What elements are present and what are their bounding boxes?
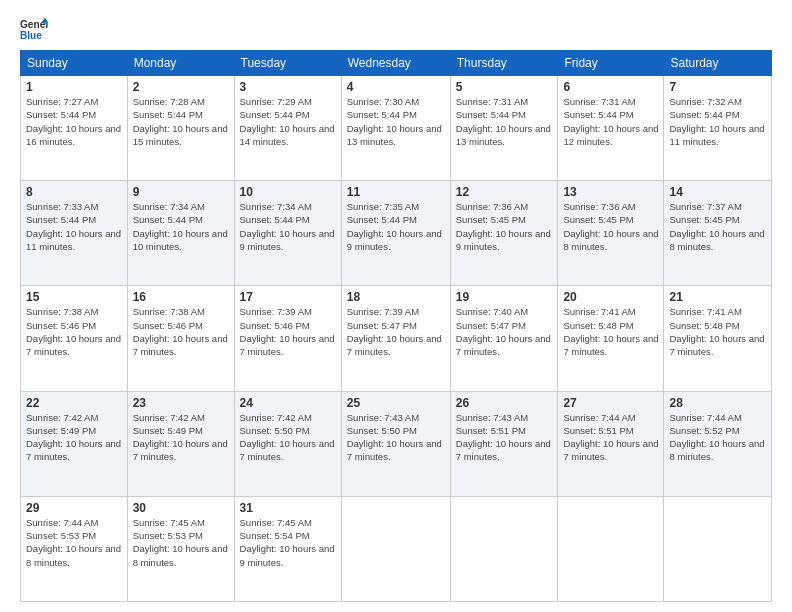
calendar-cell: 20Sunrise: 7:41 AMSunset: 5:48 PMDayligh…	[558, 286, 664, 391]
day-number: 28	[669, 396, 766, 410]
day-info: Sunrise: 7:28 AMSunset: 5:44 PMDaylight:…	[133, 95, 229, 148]
day-info: Sunrise: 7:36 AMSunset: 5:45 PMDaylight:…	[456, 200, 553, 253]
calendar-cell: 5Sunrise: 7:31 AMSunset: 5:44 PMDaylight…	[450, 76, 558, 181]
calendar-cell: 18Sunrise: 7:39 AMSunset: 5:47 PMDayligh…	[341, 286, 450, 391]
day-number: 20	[563, 290, 658, 304]
col-tuesday: Tuesday	[234, 51, 341, 76]
day-number: 26	[456, 396, 553, 410]
calendar-cell: 11Sunrise: 7:35 AMSunset: 5:44 PMDayligh…	[341, 181, 450, 286]
day-info: Sunrise: 7:30 AMSunset: 5:44 PMDaylight:…	[347, 95, 445, 148]
day-info: Sunrise: 7:43 AMSunset: 5:51 PMDaylight:…	[456, 411, 553, 464]
calendar-cell: 30Sunrise: 7:45 AMSunset: 5:53 PMDayligh…	[127, 496, 234, 601]
calendar-cell: 2Sunrise: 7:28 AMSunset: 5:44 PMDaylight…	[127, 76, 234, 181]
calendar-cell	[558, 496, 664, 601]
day-info: Sunrise: 7:41 AMSunset: 5:48 PMDaylight:…	[669, 305, 766, 358]
day-info: Sunrise: 7:45 AMSunset: 5:54 PMDaylight:…	[240, 516, 336, 569]
day-info: Sunrise: 7:31 AMSunset: 5:44 PMDaylight:…	[563, 95, 658, 148]
day-number: 29	[26, 501, 122, 515]
day-info: Sunrise: 7:42 AMSunset: 5:49 PMDaylight:…	[26, 411, 122, 464]
calendar-cell: 12Sunrise: 7:36 AMSunset: 5:45 PMDayligh…	[450, 181, 558, 286]
calendar-week-row: 22Sunrise: 7:42 AMSunset: 5:49 PMDayligh…	[21, 391, 772, 496]
calendar-cell: 25Sunrise: 7:43 AMSunset: 5:50 PMDayligh…	[341, 391, 450, 496]
day-number: 16	[133, 290, 229, 304]
day-number: 22	[26, 396, 122, 410]
day-number: 15	[26, 290, 122, 304]
day-info: Sunrise: 7:40 AMSunset: 5:47 PMDaylight:…	[456, 305, 553, 358]
day-number: 31	[240, 501, 336, 515]
calendar-cell: 1Sunrise: 7:27 AMSunset: 5:44 PMDaylight…	[21, 76, 128, 181]
day-number: 30	[133, 501, 229, 515]
calendar: Sunday Monday Tuesday Wednesday Thursday…	[20, 50, 772, 602]
calendar-cell: 14Sunrise: 7:37 AMSunset: 5:45 PMDayligh…	[664, 181, 772, 286]
day-number: 1	[26, 80, 122, 94]
calendar-cell: 16Sunrise: 7:38 AMSunset: 5:46 PMDayligh…	[127, 286, 234, 391]
day-number: 24	[240, 396, 336, 410]
calendar-cell	[664, 496, 772, 601]
day-number: 19	[456, 290, 553, 304]
svg-text:Blue: Blue	[20, 30, 42, 41]
col-friday: Friday	[558, 51, 664, 76]
calendar-cell: 13Sunrise: 7:36 AMSunset: 5:45 PMDayligh…	[558, 181, 664, 286]
day-info: Sunrise: 7:38 AMSunset: 5:46 PMDaylight:…	[133, 305, 229, 358]
day-info: Sunrise: 7:41 AMSunset: 5:48 PMDaylight:…	[563, 305, 658, 358]
day-info: Sunrise: 7:43 AMSunset: 5:50 PMDaylight:…	[347, 411, 445, 464]
calendar-week-row: 15Sunrise: 7:38 AMSunset: 5:46 PMDayligh…	[21, 286, 772, 391]
header: General Blue	[20, 16, 772, 44]
calendar-cell: 22Sunrise: 7:42 AMSunset: 5:49 PMDayligh…	[21, 391, 128, 496]
day-info: Sunrise: 7:44 AMSunset: 5:51 PMDaylight:…	[563, 411, 658, 464]
day-info: Sunrise: 7:38 AMSunset: 5:46 PMDaylight:…	[26, 305, 122, 358]
calendar-cell: 29Sunrise: 7:44 AMSunset: 5:53 PMDayligh…	[21, 496, 128, 601]
calendar-cell	[450, 496, 558, 601]
day-info: Sunrise: 7:33 AMSunset: 5:44 PMDaylight:…	[26, 200, 122, 253]
calendar-week-row: 29Sunrise: 7:44 AMSunset: 5:53 PMDayligh…	[21, 496, 772, 601]
calendar-cell: 31Sunrise: 7:45 AMSunset: 5:54 PMDayligh…	[234, 496, 341, 601]
day-info: Sunrise: 7:29 AMSunset: 5:44 PMDaylight:…	[240, 95, 336, 148]
calendar-cell: 21Sunrise: 7:41 AMSunset: 5:48 PMDayligh…	[664, 286, 772, 391]
day-number: 8	[26, 185, 122, 199]
calendar-header-row: Sunday Monday Tuesday Wednesday Thursday…	[21, 51, 772, 76]
day-number: 13	[563, 185, 658, 199]
day-info: Sunrise: 7:42 AMSunset: 5:50 PMDaylight:…	[240, 411, 336, 464]
calendar-cell: 15Sunrise: 7:38 AMSunset: 5:46 PMDayligh…	[21, 286, 128, 391]
day-number: 11	[347, 185, 445, 199]
day-number: 14	[669, 185, 766, 199]
calendar-cell: 9Sunrise: 7:34 AMSunset: 5:44 PMDaylight…	[127, 181, 234, 286]
day-info: Sunrise: 7:44 AMSunset: 5:53 PMDaylight:…	[26, 516, 122, 569]
calendar-cell: 8Sunrise: 7:33 AMSunset: 5:44 PMDaylight…	[21, 181, 128, 286]
day-info: Sunrise: 7:39 AMSunset: 5:46 PMDaylight:…	[240, 305, 336, 358]
day-number: 21	[669, 290, 766, 304]
day-number: 3	[240, 80, 336, 94]
calendar-cell: 17Sunrise: 7:39 AMSunset: 5:46 PMDayligh…	[234, 286, 341, 391]
day-info: Sunrise: 7:34 AMSunset: 5:44 PMDaylight:…	[240, 200, 336, 253]
col-saturday: Saturday	[664, 51, 772, 76]
calendar-cell: 7Sunrise: 7:32 AMSunset: 5:44 PMDaylight…	[664, 76, 772, 181]
day-number: 9	[133, 185, 229, 199]
day-number: 27	[563, 396, 658, 410]
day-number: 23	[133, 396, 229, 410]
day-number: 12	[456, 185, 553, 199]
calendar-cell	[341, 496, 450, 601]
day-info: Sunrise: 7:31 AMSunset: 5:44 PMDaylight:…	[456, 95, 553, 148]
page: General Blue Sunday Monday Tuesday Wedne…	[0, 0, 792, 612]
day-number: 5	[456, 80, 553, 94]
calendar-week-row: 1Sunrise: 7:27 AMSunset: 5:44 PMDaylight…	[21, 76, 772, 181]
day-info: Sunrise: 7:32 AMSunset: 5:44 PMDaylight:…	[669, 95, 766, 148]
day-info: Sunrise: 7:42 AMSunset: 5:49 PMDaylight:…	[133, 411, 229, 464]
logo: General Blue	[20, 16, 48, 44]
day-number: 17	[240, 290, 336, 304]
day-info: Sunrise: 7:35 AMSunset: 5:44 PMDaylight:…	[347, 200, 445, 253]
logo-icon: General Blue	[20, 16, 48, 44]
calendar-cell: 26Sunrise: 7:43 AMSunset: 5:51 PMDayligh…	[450, 391, 558, 496]
calendar-cell: 4Sunrise: 7:30 AMSunset: 5:44 PMDaylight…	[341, 76, 450, 181]
calendar-cell: 10Sunrise: 7:34 AMSunset: 5:44 PMDayligh…	[234, 181, 341, 286]
day-info: Sunrise: 7:37 AMSunset: 5:45 PMDaylight:…	[669, 200, 766, 253]
day-number: 10	[240, 185, 336, 199]
day-number: 4	[347, 80, 445, 94]
day-number: 18	[347, 290, 445, 304]
col-thursday: Thursday	[450, 51, 558, 76]
day-info: Sunrise: 7:36 AMSunset: 5:45 PMDaylight:…	[563, 200, 658, 253]
col-wednesday: Wednesday	[341, 51, 450, 76]
day-number: 6	[563, 80, 658, 94]
day-number: 25	[347, 396, 445, 410]
calendar-cell: 28Sunrise: 7:44 AMSunset: 5:52 PMDayligh…	[664, 391, 772, 496]
